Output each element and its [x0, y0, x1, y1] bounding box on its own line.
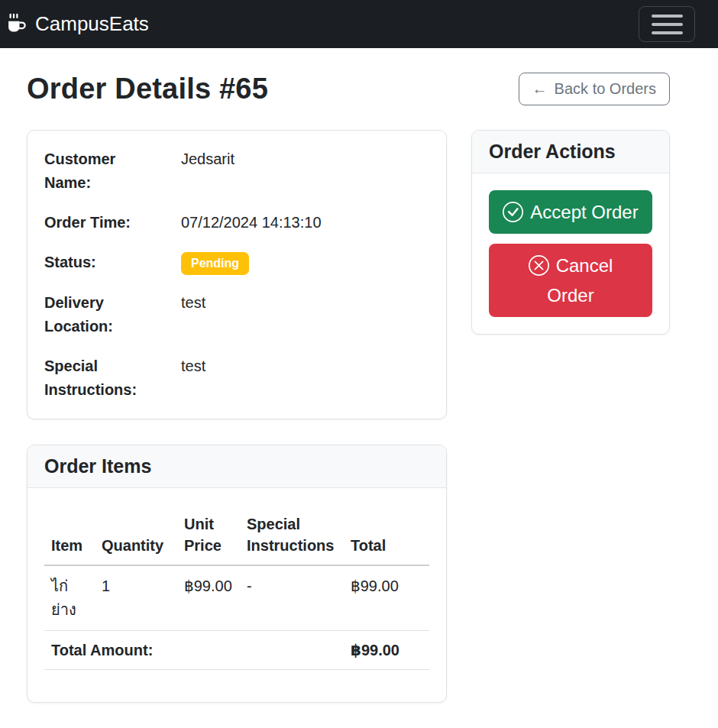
left-arrow-icon: ← — [532, 80, 548, 98]
detail-row-customer-name: Customer Name: Jedsarit — [44, 147, 429, 195]
cancel-order-button[interactable]: Cancel Order — [489, 244, 652, 317]
brand[interactable]: CampusEats — [6, 12, 149, 36]
status-badge: Pending — [181, 252, 249, 275]
detail-row-status: Status: Pending — [44, 251, 429, 275]
special-instructions-value: test — [181, 354, 429, 402]
status-label: Status: — [44, 251, 181, 275]
detail-row-special-instructions: Special Instructions: test — [44, 354, 429, 402]
order-actions-title: Order Actions — [472, 131, 669, 173]
navbar: CampusEats — [0, 0, 718, 48]
item-name-cell: ไก่ย่าง — [44, 565, 95, 631]
column-header-total: Total — [344, 505, 429, 565]
order-items-title: Order Items — [27, 445, 446, 488]
special-instructions-label: Special Instructions: — [44, 354, 181, 402]
customer-name-value: Jedsarit — [181, 147, 429, 195]
mug-hot-icon — [6, 13, 29, 36]
detail-row-delivery-location: Delivery Location: test — [44, 291, 429, 338]
total-amount-label: Total Amount: — [44, 631, 344, 670]
page-container: Order Details #65 ← Back to Orders Custo… — [0, 48, 691, 703]
customer-name-label: Customer Name: — [44, 147, 181, 195]
x-circle-icon — [529, 255, 549, 276]
navbar-toggler-button[interactable] — [639, 6, 695, 42]
total-amount-value: ฿99.00 — [344, 631, 429, 670]
item-unit-price-cell: ฿99.00 — [177, 565, 240, 631]
page-header: Order Details #65 ← Back to Orders — [27, 73, 670, 105]
table-header-row: Item Quantity Unit Price Special Instruc… — [44, 505, 429, 565]
order-time-label: Order Time: — [44, 211, 181, 235]
cancel-order-label: Cancel Order — [547, 255, 613, 306]
delivery-location-value: test — [181, 291, 429, 338]
page-title: Order Details #65 — [27, 73, 268, 105]
hamburger-icon — [652, 15, 683, 34]
check-circle-icon — [503, 202, 523, 222]
order-items-table: Item Quantity Unit Price Special Instruc… — [44, 505, 429, 670]
item-total-cell: ฿99.00 — [344, 565, 429, 631]
order-items-card: Order Items Item Quantity Unit Price Spe… — [27, 445, 447, 703]
delivery-location-label: Delivery Location: — [44, 291, 181, 338]
item-quantity-cell: 1 — [95, 565, 177, 631]
table-row: ไก่ย่าง 1 ฿99.00 - ฿99.00 — [44, 565, 429, 631]
order-time-value: 07/12/2024 14:13:10 — [181, 211, 429, 235]
table-total-row: Total Amount: ฿99.00 — [44, 631, 429, 670]
column-header-item: Item — [44, 505, 95, 565]
column-header-special-instructions: Special Instructions — [240, 505, 344, 565]
order-details-card: Customer Name: Jedsarit Order Time: 07/1… — [27, 130, 447, 419]
back-to-orders-button[interactable]: ← Back to Orders — [519, 73, 670, 105]
accept-order-label: Accept Order — [530, 202, 638, 222]
item-special-instructions-cell: - — [240, 565, 344, 631]
accept-order-button[interactable]: Accept Order — [489, 190, 652, 234]
brand-label: CampusEats — [35, 12, 149, 36]
column-header-quantity: Quantity — [95, 505, 177, 565]
order-actions-card: Order Actions Accept Order Cancel Order — [471, 130, 670, 335]
back-to-orders-label: Back to Orders — [555, 80, 656, 98]
column-header-unit-price: Unit Price — [177, 505, 240, 565]
detail-row-order-time: Order Time: 07/12/2024 14:13:10 — [44, 211, 429, 235]
